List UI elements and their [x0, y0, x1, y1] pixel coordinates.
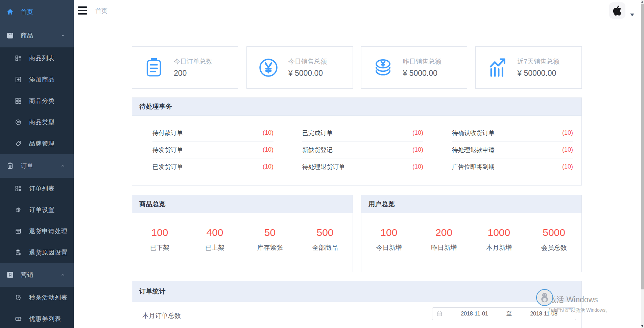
stat-label: 今日新增 [361, 243, 416, 252]
list-icon [15, 185, 22, 192]
stat-label: 会员总数 [526, 243, 581, 252]
stat-value: 100 [132, 227, 187, 238]
stat-low-stock[interactable]: 50 库存紧张 [242, 227, 297, 252]
sidebar-item-label: 首页 [21, 8, 33, 16]
panel-title: 订单统计 [139, 287, 166, 296]
card-label: 昨日销售总额 [403, 57, 442, 66]
todo-item-wait-payment[interactable]: 待付款订单 (10) [152, 125, 273, 141]
sidebar-item-label: 订单列表 [29, 184, 55, 193]
sidebar-item-flash-sale[interactable]: 秒杀活动列表 [0, 287, 74, 308]
chevron-down-icon[interactable] [630, 14, 634, 16]
stat-label: 本月新增 [472, 243, 527, 252]
todo-item-stockout[interactable]: 新缺货登记 (10) [302, 141, 423, 158]
todo-panel-header: 待处理事务 [132, 98, 581, 116]
sidebar-item-order-settings[interactable]: 订单设置 [0, 199, 74, 220]
user-overview-stats: 100 今日新增 200 昨日新增 1000 本月新增 5000 会员总数 [361, 213, 581, 252]
order-stats-header: 订单统计 [132, 281, 581, 302]
alarm-clock-icon [15, 294, 22, 301]
sidebar-item-product-list[interactable]: 商品列表 [0, 47, 74, 69]
todo-count: (10) [263, 129, 273, 136]
stat-all-products[interactable]: 500 全部商品 [297, 227, 353, 252]
sidebar-item-coupon-list[interactable]: ¥ 优惠券列表 [0, 308, 74, 328]
stat-cards-row: 今日订单总数 200 今日销售总额 ¥ 5000.00 昨日销售总额 ¥ [132, 46, 582, 89]
bookmark-icon [6, 271, 14, 279]
card-today-orders: 今日订单总数 200 [132, 46, 238, 89]
calendar-icon [436, 311, 443, 317]
todo-item-shipped[interactable]: 已发货订单 (10) [152, 158, 273, 175]
scrollbar-thumb[interactable] [641, 4, 644, 289]
chevron-up-icon [60, 163, 66, 169]
sidebar-item-return-apply[interactable]: 退货申请处理 [0, 220, 74, 242]
sidebar-item-return-reason[interactable]: 退货原因设置 [0, 242, 74, 263]
stat-off-shelf[interactable]: 100 已下架 [132, 227, 187, 252]
qq-messenger-icon[interactable] [536, 289, 553, 306]
stat-label: 昨日新增 [416, 243, 472, 252]
sidebar-item-order-list[interactable]: 订单列表 [0, 178, 74, 199]
card-value: ¥ 50000.00 [517, 69, 559, 78]
top-navbar: 首页 [74, 0, 644, 21]
user-overview-panel: 用户总览 100 今日新增 200 昨日新增 1000 本月新增 5000 会员… [361, 195, 582, 272]
sidebar-item-product-type[interactable]: 商品类型 [0, 111, 74, 133]
sidebar-section-marketing[interactable]: 营销 [0, 263, 74, 287]
sidebar-item-brand[interactable]: 品牌管理 [0, 133, 74, 154]
sidebar-item-label: 订单设置 [29, 206, 55, 214]
todo-grid: 待付款订单 (10) 已完成订单 (10) 待确认收货订单 (10) 待发货订单… [132, 116, 581, 183]
sidebar-section-label: 订单 [21, 162, 33, 170]
sidebar-section-product[interactable]: 商品 [0, 24, 74, 47]
sidebar-item-product-add[interactable]: 添加商品 [0, 69, 74, 90]
scrollbar-up-arrow-icon[interactable] [641, 1, 643, 3]
stat-on-shelf[interactable]: 400 已上架 [187, 227, 242, 252]
todo-label: 待处理退货订单 [302, 163, 345, 171]
order-stats-body: 本月订单总数 10000 2018-11-01 至 2018-11-08 [132, 302, 581, 328]
sidebar-item-home[interactable]: 首页 [0, 0, 74, 24]
stat-value: 1000 [472, 227, 527, 238]
hamburger-menu-icon[interactable] [78, 6, 87, 15]
sidebar-item-product-category[interactable]: 商品分类 [0, 90, 74, 111]
sidebar-section-order[interactable]: 订单 [0, 154, 74, 178]
date-end-value[interactable]: 2018-11-08 [512, 311, 576, 317]
todo-item-refund-apply[interactable]: 待处理退款申请 (10) [452, 141, 573, 158]
stat-new-yesterday[interactable]: 200 昨日新增 [416, 227, 472, 252]
todo-label: 广告位即将到期 [452, 163, 495, 171]
todo-item-wait-ship[interactable]: 待发货订单 (10) [152, 141, 273, 158]
stat-label: 库存紧张 [242, 243, 297, 252]
grid-icon [15, 97, 22, 104]
stat-new-today[interactable]: 100 今日新增 [361, 227, 416, 252]
order-month-value: 10000 [142, 326, 209, 328]
sidebar-item-label: 退货申请处理 [29, 227, 68, 235]
stat-value: 400 [187, 227, 242, 238]
todo-item-completed[interactable]: 已完成订单 (10) [302, 125, 423, 141]
todo-item-return-order[interactable]: 待处理退货订单 (10) [302, 158, 423, 175]
stat-total-members[interactable]: 5000 会员总数 [526, 227, 581, 252]
sidebar-section-label: 营销 [21, 271, 33, 279]
todo-count: (10) [562, 163, 573, 170]
user-overview-header: 用户总览 [361, 195, 581, 213]
card-today-sales: 今日销售总额 ¥ 5000.00 [246, 46, 353, 89]
user-avatar-menu[interactable] [609, 2, 634, 19]
vertical-scrollbar[interactable] [641, 0, 644, 328]
card-week-sales: 近7天销售总额 ¥ 50000.00 [475, 46, 582, 89]
chevron-up-icon [60, 272, 66, 278]
todo-label: 已发货订单 [152, 163, 183, 171]
order-month-total: 本月订单总数 10000 [132, 302, 209, 328]
sidebar-item-label: 优惠券列表 [29, 315, 61, 323]
card-yesterday-sales: 昨日销售总额 ¥ 5000.00 [361, 46, 468, 89]
date-start-value[interactable]: 2018-11-01 [443, 311, 506, 317]
todo-count: (10) [263, 163, 273, 170]
date-range-picker[interactable]: 2018-11-01 至 2018-11-08 [432, 307, 576, 320]
stat-new-month[interactable]: 1000 本月新增 [472, 227, 527, 252]
avatar[interactable] [609, 2, 625, 19]
chevron-up-icon [60, 33, 66, 38]
shopping-bag-icon [6, 32, 14, 39]
scrollbar-down-arrow-icon[interactable] [641, 325, 643, 327]
sidebar-item-label: 退货原因设置 [29, 248, 68, 257]
todo-item-ad-expire[interactable]: 广告位即将到期 (10) [452, 158, 573, 175]
tag-icon [15, 140, 22, 147]
stat-label: 全部商品 [297, 243, 353, 252]
home-icon [6, 8, 14, 16]
breadcrumb[interactable]: 首页 [95, 7, 108, 15]
todo-item-wait-confirm[interactable]: 待确认收货订单 (10) [452, 125, 573, 141]
penguin-icon [539, 291, 550, 304]
circle-list-icon [15, 119, 22, 126]
submenu-order: 订单列表 订单设置 退货申请处理 [0, 178, 74, 263]
